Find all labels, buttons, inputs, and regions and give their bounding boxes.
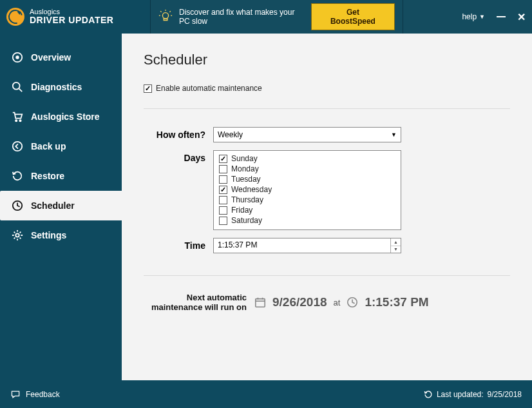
sidebar: Overview Diagnostics Auslogics Store Bac… <box>0 34 122 380</box>
gear-icon <box>12 229 23 241</box>
sidebar-item-overview[interactable]: Overview <box>0 43 122 72</box>
time-down-button[interactable]: ▼ <box>391 246 401 253</box>
next-run-date: 9/26/2018 <box>272 295 327 309</box>
sidebar-item-label: Diagnostics <box>31 82 82 92</box>
sidebar-item-label: Settings <box>31 230 66 240</box>
sidebar-item-backup[interactable]: Back up <box>0 131 122 161</box>
restore-icon <box>12 170 23 182</box>
page-title: Scheduler <box>144 52 510 68</box>
svg-point-8 <box>13 83 20 90</box>
sidebar-item-restore[interactable]: Restore <box>0 161 122 191</box>
day-wednesday-checkbox[interactable] <box>219 186 227 194</box>
day-label: Saturday <box>231 216 262 225</box>
clock-icon <box>12 200 23 211</box>
last-updated: Last updated: 9/25/2018 <box>424 390 522 399</box>
svg-point-14 <box>15 233 19 237</box>
search-icon <box>12 81 23 93</box>
feedback-label: Feedback <box>26 390 60 399</box>
promo-text: Discover and fix what makes your PC slow <box>179 8 305 26</box>
divider <box>144 275 510 276</box>
get-boostspeed-button[interactable]: Get BoostSpeed <box>311 3 395 30</box>
time-input[interactable]: 1:15:37 PM ▲ ▼ <box>213 238 401 253</box>
time-up-button[interactable]: ▲ <box>391 238 401 246</box>
day-thursday-checkbox[interactable] <box>219 196 227 204</box>
day-label: Monday <box>231 164 259 173</box>
help-menu[interactable]: help ▼ <box>462 12 485 21</box>
svg-point-11 <box>19 120 21 121</box>
sidebar-item-label: Back up <box>31 141 66 151</box>
chevron-down-icon: ▼ <box>479 14 485 20</box>
close-icon[interactable]: ✕ <box>517 11 526 23</box>
brand: Auslogics DRIVER UPDATER <box>0 0 150 34</box>
next-run-label: Next automatic maintenance will run on <box>144 293 247 312</box>
how-often-label: How often? <box>144 127 213 140</box>
back-arrow-icon <box>12 141 23 152</box>
sidebar-item-label: Scheduler <box>31 200 75 211</box>
bulb-icon <box>158 10 173 24</box>
day-saturday-checkbox[interactable] <box>219 217 227 225</box>
cart-icon <box>12 111 23 122</box>
sidebar-item-diagnostics[interactable]: Diagnostics <box>0 72 122 102</box>
day-tuesday-checkbox[interactable] <box>219 175 227 184</box>
minimize-icon[interactable] <box>497 16 506 17</box>
chevron-down-icon: ▼ <box>391 131 397 138</box>
target-icon <box>12 52 23 63</box>
svg-point-12 <box>13 142 22 151</box>
how-often-value: Weekly <box>218 130 243 139</box>
svg-line-3 <box>169 11 170 12</box>
enable-maintenance-checkbox[interactable] <box>144 84 152 93</box>
speech-bubble-icon <box>10 389 21 400</box>
sidebar-item-settings[interactable]: Settings <box>0 220 122 250</box>
time-label: Time <box>144 238 213 251</box>
last-updated-value: 9/25/2018 <box>488 390 522 399</box>
svg-point-0 <box>162 13 168 19</box>
divider <box>144 108 510 109</box>
day-label: Wednesday <box>231 185 272 194</box>
svg-point-10 <box>15 120 17 121</box>
sidebar-item-scheduler[interactable]: Scheduler <box>0 191 122 220</box>
svg-rect-15 <box>256 299 265 307</box>
day-friday-checkbox[interactable] <box>219 206 227 215</box>
day-label: Sunday <box>231 154 258 163</box>
enable-maintenance-label: Enable automatic maintenance <box>156 84 262 93</box>
help-label: help <box>462 12 477 21</box>
day-sunday-checkbox[interactable] <box>219 155 227 163</box>
sidebar-item-label: Overview <box>31 52 71 63</box>
sidebar-item-label: Restore <box>31 171 64 181</box>
day-label: Tuesday <box>231 175 261 184</box>
time-value: 1:15:37 PM <box>214 238 390 253</box>
days-label: Days <box>144 150 213 163</box>
svg-point-7 <box>16 56 19 59</box>
clock-icon <box>347 296 358 308</box>
last-updated-label: Last updated: <box>437 390 484 399</box>
days-list: Sunday Monday Tuesday Wednesday Thursday… <box>213 150 401 230</box>
brand-logo-icon <box>6 8 24 26</box>
content-panel: Scheduler Enable automatic maintenance H… <box>122 34 532 380</box>
how-often-select[interactable]: Weekly ▼ <box>213 127 401 142</box>
at-label: at <box>334 298 341 307</box>
sidebar-item-store[interactable]: Auslogics Store <box>0 102 122 131</box>
day-monday-checkbox[interactable] <box>219 165 227 173</box>
day-label: Friday <box>231 206 252 215</box>
next-run-time: 1:15:37 PM <box>365 295 428 309</box>
refresh-icon <box>424 390 433 399</box>
calendar-icon <box>254 296 266 308</box>
svg-line-9 <box>19 89 23 92</box>
svg-line-2 <box>160 11 161 12</box>
promo-bar: Discover and fix what makes your PC slow… <box>150 0 403 34</box>
brand-line2: DRIVER UPDATER <box>30 15 113 25</box>
day-label: Thursday <box>231 195 263 204</box>
feedback-link[interactable]: Feedback <box>10 389 60 400</box>
sidebar-item-label: Auslogics Store <box>31 112 100 122</box>
